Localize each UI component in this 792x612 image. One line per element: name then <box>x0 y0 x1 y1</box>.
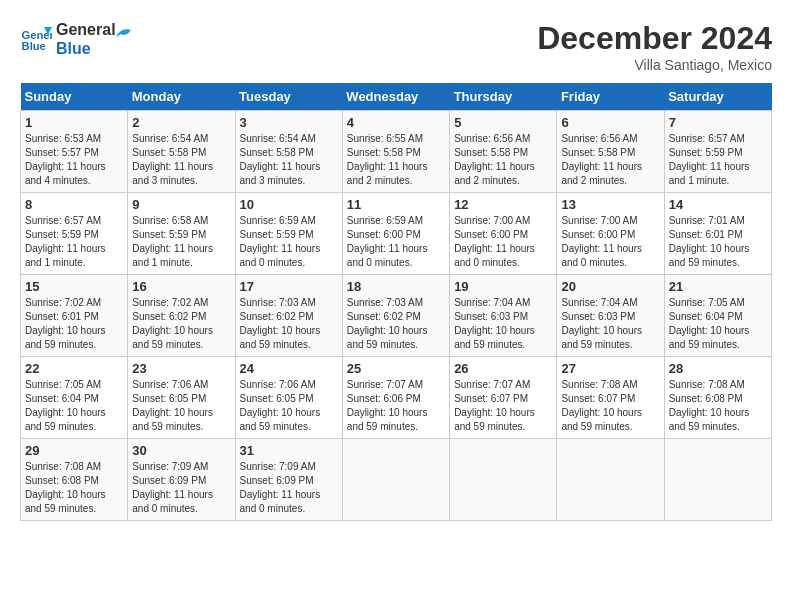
day-number: 30 <box>132 443 230 458</box>
day-info: Sunrise: 7:05 AM Sunset: 6:04 PM Dayligh… <box>25 378 123 434</box>
day-info: Sunrise: 6:59 AM Sunset: 5:59 PM Dayligh… <box>240 214 338 270</box>
day-info: Sunrise: 7:07 AM Sunset: 6:07 PM Dayligh… <box>454 378 552 434</box>
logo-text-line2: Blue <box>56 39 116 58</box>
day-number: 31 <box>240 443 338 458</box>
calendar-cell <box>342 439 449 521</box>
logo-text-line1: General <box>56 20 116 39</box>
calendar-cell: 17Sunrise: 7:03 AM Sunset: 6:02 PM Dayli… <box>235 275 342 357</box>
calendar-week-1: 1Sunrise: 6:53 AM Sunset: 5:57 PM Daylig… <box>21 111 772 193</box>
calendar-cell: 2Sunrise: 6:54 AM Sunset: 5:58 PM Daylig… <box>128 111 235 193</box>
calendar-cell: 31Sunrise: 7:09 AM Sunset: 6:09 PM Dayli… <box>235 439 342 521</box>
day-number: 21 <box>669 279 767 294</box>
calendar-cell: 11Sunrise: 6:59 AM Sunset: 6:00 PM Dayli… <box>342 193 449 275</box>
day-number: 9 <box>132 197 230 212</box>
calendar-table: Sunday Monday Tuesday Wednesday Thursday… <box>20 83 772 521</box>
title-area: December 2024 Villa Santiago, Mexico <box>537 20 772 73</box>
calendar-cell: 18Sunrise: 7:03 AM Sunset: 6:02 PM Dayli… <box>342 275 449 357</box>
day-info: Sunrise: 7:06 AM Sunset: 6:05 PM Dayligh… <box>132 378 230 434</box>
day-number: 12 <box>454 197 552 212</box>
calendar-cell: 20Sunrise: 7:04 AM Sunset: 6:03 PM Dayli… <box>557 275 664 357</box>
calendar-cell: 24Sunrise: 7:06 AM Sunset: 6:05 PM Dayli… <box>235 357 342 439</box>
header-sunday: Sunday <box>21 83 128 111</box>
day-number: 5 <box>454 115 552 130</box>
day-info: Sunrise: 7:01 AM Sunset: 6:01 PM Dayligh… <box>669 214 767 270</box>
day-number: 26 <box>454 361 552 376</box>
day-info: Sunrise: 7:03 AM Sunset: 6:02 PM Dayligh… <box>240 296 338 352</box>
calendar-cell: 12Sunrise: 7:00 AM Sunset: 6:00 PM Dayli… <box>450 193 557 275</box>
day-number: 25 <box>347 361 445 376</box>
calendar-cell: 21Sunrise: 7:05 AM Sunset: 6:04 PM Dayli… <box>664 275 771 357</box>
day-info: Sunrise: 7:03 AM Sunset: 6:02 PM Dayligh… <box>347 296 445 352</box>
day-number: 8 <box>25 197 123 212</box>
calendar-cell: 27Sunrise: 7:08 AM Sunset: 6:07 PM Dayli… <box>557 357 664 439</box>
logo-icon: General Blue <box>20 23 52 55</box>
calendar-cell: 29Sunrise: 7:08 AM Sunset: 6:08 PM Dayli… <box>21 439 128 521</box>
day-info: Sunrise: 6:55 AM Sunset: 5:58 PM Dayligh… <box>347 132 445 188</box>
calendar-cell: 7Sunrise: 6:57 AM Sunset: 5:59 PM Daylig… <box>664 111 771 193</box>
day-number: 4 <box>347 115 445 130</box>
day-number: 1 <box>25 115 123 130</box>
day-info: Sunrise: 7:08 AM Sunset: 6:08 PM Dayligh… <box>669 378 767 434</box>
calendar-cell: 16Sunrise: 7:02 AM Sunset: 6:02 PM Dayli… <box>128 275 235 357</box>
calendar-cell: 30Sunrise: 7:09 AM Sunset: 6:09 PM Dayli… <box>128 439 235 521</box>
calendar-cell: 3Sunrise: 6:54 AM Sunset: 5:58 PM Daylig… <box>235 111 342 193</box>
calendar-cell: 26Sunrise: 7:07 AM Sunset: 6:07 PM Dayli… <box>450 357 557 439</box>
calendar-cell: 15Sunrise: 7:02 AM Sunset: 6:01 PM Dayli… <box>21 275 128 357</box>
calendar-cell: 1Sunrise: 6:53 AM Sunset: 5:57 PM Daylig… <box>21 111 128 193</box>
day-number: 13 <box>561 197 659 212</box>
day-info: Sunrise: 7:08 AM Sunset: 6:07 PM Dayligh… <box>561 378 659 434</box>
day-info: Sunrise: 7:09 AM Sunset: 6:09 PM Dayligh… <box>240 460 338 516</box>
day-number: 10 <box>240 197 338 212</box>
day-info: Sunrise: 7:07 AM Sunset: 6:06 PM Dayligh… <box>347 378 445 434</box>
day-info: Sunrise: 6:59 AM Sunset: 6:00 PM Dayligh… <box>347 214 445 270</box>
day-info: Sunrise: 7:05 AM Sunset: 6:04 PM Dayligh… <box>669 296 767 352</box>
logo-bird-icon <box>111 22 131 52</box>
calendar-cell: 13Sunrise: 7:00 AM Sunset: 6:00 PM Dayli… <box>557 193 664 275</box>
day-info: Sunrise: 7:04 AM Sunset: 6:03 PM Dayligh… <box>454 296 552 352</box>
day-number: 28 <box>669 361 767 376</box>
calendar-cell: 23Sunrise: 7:06 AM Sunset: 6:05 PM Dayli… <box>128 357 235 439</box>
calendar-week-4: 22Sunrise: 7:05 AM Sunset: 6:04 PM Dayli… <box>21 357 772 439</box>
day-number: 17 <box>240 279 338 294</box>
day-info: Sunrise: 7:08 AM Sunset: 6:08 PM Dayligh… <box>25 460 123 516</box>
day-number: 19 <box>454 279 552 294</box>
day-info: Sunrise: 7:02 AM Sunset: 6:01 PM Dayligh… <box>25 296 123 352</box>
header-thursday: Thursday <box>450 83 557 111</box>
day-info: Sunrise: 7:00 AM Sunset: 6:00 PM Dayligh… <box>454 214 552 270</box>
calendar-cell <box>664 439 771 521</box>
day-number: 24 <box>240 361 338 376</box>
day-info: Sunrise: 6:54 AM Sunset: 5:58 PM Dayligh… <box>132 132 230 188</box>
day-info: Sunrise: 6:54 AM Sunset: 5:58 PM Dayligh… <box>240 132 338 188</box>
day-number: 16 <box>132 279 230 294</box>
day-number: 29 <box>25 443 123 458</box>
day-number: 3 <box>240 115 338 130</box>
day-info: Sunrise: 7:09 AM Sunset: 6:09 PM Dayligh… <box>132 460 230 516</box>
calendar-cell: 9Sunrise: 6:58 AM Sunset: 5:59 PM Daylig… <box>128 193 235 275</box>
day-number: 15 <box>25 279 123 294</box>
day-info: Sunrise: 7:06 AM Sunset: 6:05 PM Dayligh… <box>240 378 338 434</box>
calendar-cell <box>450 439 557 521</box>
day-info: Sunrise: 6:57 AM Sunset: 5:59 PM Dayligh… <box>25 214 123 270</box>
calendar-cell: 4Sunrise: 6:55 AM Sunset: 5:58 PM Daylig… <box>342 111 449 193</box>
day-info: Sunrise: 7:04 AM Sunset: 6:03 PM Dayligh… <box>561 296 659 352</box>
day-number: 11 <box>347 197 445 212</box>
day-info: Sunrise: 6:56 AM Sunset: 5:58 PM Dayligh… <box>561 132 659 188</box>
header-tuesday: Tuesday <box>235 83 342 111</box>
page-header: General Blue General Blue December 2024 … <box>20 20 772 73</box>
day-number: 18 <box>347 279 445 294</box>
calendar-cell: 5Sunrise: 6:56 AM Sunset: 5:58 PM Daylig… <box>450 111 557 193</box>
calendar-week-3: 15Sunrise: 7:02 AM Sunset: 6:01 PM Dayli… <box>21 275 772 357</box>
day-number: 2 <box>132 115 230 130</box>
day-info: Sunrise: 6:56 AM Sunset: 5:58 PM Dayligh… <box>454 132 552 188</box>
calendar-header-row: Sunday Monday Tuesday Wednesday Thursday… <box>21 83 772 111</box>
day-info: Sunrise: 6:57 AM Sunset: 5:59 PM Dayligh… <box>669 132 767 188</box>
calendar-cell: 28Sunrise: 7:08 AM Sunset: 6:08 PM Dayli… <box>664 357 771 439</box>
header-monday: Monday <box>128 83 235 111</box>
day-number: 6 <box>561 115 659 130</box>
logo: General Blue General Blue <box>20 20 131 58</box>
calendar-cell: 6Sunrise: 6:56 AM Sunset: 5:58 PM Daylig… <box>557 111 664 193</box>
header-saturday: Saturday <box>664 83 771 111</box>
svg-text:Blue: Blue <box>22 40 46 52</box>
day-number: 14 <box>669 197 767 212</box>
calendar-cell: 19Sunrise: 7:04 AM Sunset: 6:03 PM Dayli… <box>450 275 557 357</box>
